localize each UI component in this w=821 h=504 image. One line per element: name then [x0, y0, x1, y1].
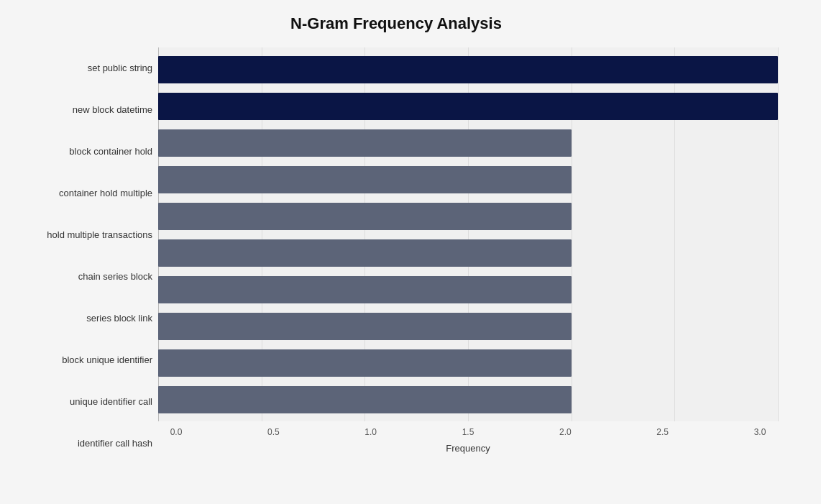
bar [158, 93, 778, 120]
y-label: chain series block [14, 259, 152, 295]
bar-row [158, 272, 778, 308]
bar [158, 349, 572, 377]
bar [158, 313, 572, 340]
x-tick: 2.5 [645, 427, 681, 437]
bars-and-x: 0.00.51.01.52.02.53.0 Frequency [158, 47, 778, 464]
bar-row [158, 235, 778, 271]
bars-section [158, 47, 778, 421]
bar [158, 166, 572, 193]
x-axis: 0.00.51.01.52.02.53.0 Frequency [158, 421, 778, 464]
y-label: new block datetime [14, 92, 152, 128]
bar-row [158, 52, 778, 88]
bar [158, 56, 778, 83]
bar-row [158, 308, 778, 344]
bar-row [158, 162, 778, 198]
bar-row [158, 198, 778, 234]
bar-row [158, 88, 778, 124]
y-labels: set public stringnew block datetimeblock… [14, 47, 158, 464]
x-tick: 1.5 [450, 427, 486, 437]
bar-row [158, 382, 778, 418]
bar [158, 239, 572, 267]
bar [158, 386, 572, 413]
grid-line [778, 47, 779, 421]
chart-area: set public stringnew block datetimeblock… [14, 47, 778, 464]
bar [158, 129, 572, 157]
bar [158, 203, 572, 230]
bar-row [158, 345, 778, 381]
x-tick: 2.0 [547, 427, 583, 437]
chart-title: N-Gram Frequency Analysis [14, 14, 778, 33]
y-label: series block link [14, 301, 152, 336]
y-label: block container hold [14, 134, 152, 170]
bar-row [158, 125, 778, 161]
x-tick: 3.0 [742, 427, 778, 437]
chart-container: N-Gram Frequency Analysis set public str… [0, 0, 821, 504]
x-axis-label: Frequency [158, 443, 778, 454]
y-label: set public string [14, 50, 152, 86]
y-label: hold multiple transactions [14, 217, 152, 253]
bar [158, 276, 572, 303]
x-tick: 1.0 [353, 427, 389, 437]
x-tick: 0.0 [158, 427, 194, 437]
y-label: unique identifier call [14, 384, 152, 420]
x-tick: 0.5 [255, 427, 291, 437]
y-label: container hold multiple [14, 175, 152, 211]
y-label: identifier call hash [14, 426, 152, 462]
y-label: block unique identifier [14, 342, 152, 378]
